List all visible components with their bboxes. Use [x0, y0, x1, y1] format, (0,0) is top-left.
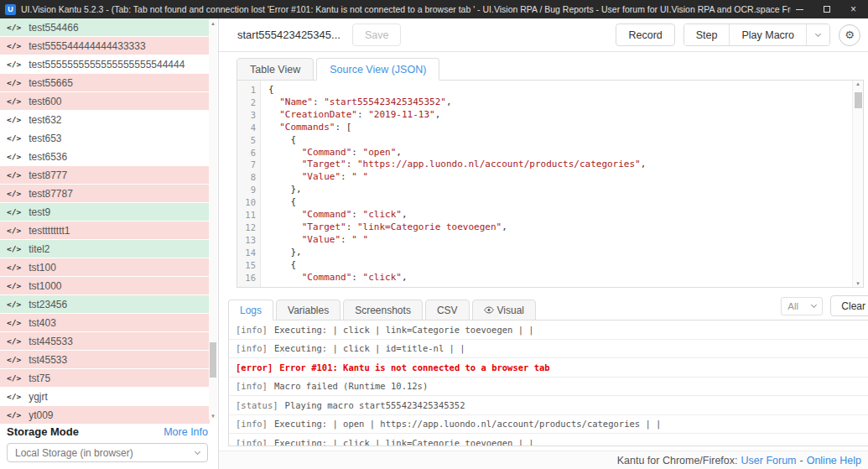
log-message: Error #101: Kantu is not connected to a …	[279, 362, 549, 373]
macro-list-item[interactable]: </>tst100	[0, 258, 210, 277]
macro-list-item[interactable]: </>titel2	[0, 240, 210, 258]
macro-list-item[interactable]: </>tst75	[0, 369, 210, 388]
line-number: 16	[237, 272, 256, 284]
log-message: Executing: | click | link=Categorie toev…	[274, 438, 534, 446]
log-message: Executing: | click | id=title-nl | |	[274, 343, 465, 353]
log-entry: [status]Playing macro start5554234253453…	[229, 396, 868, 415]
macro-list-item[interactable]: </>test8777	[0, 166, 210, 185]
log-message: Executing: | click | link=Categorie toev…	[274, 325, 534, 335]
line-number: 13	[237, 234, 256, 247]
log-list: [info]Executing: | click | link=Categori…	[228, 320, 868, 446]
tab-visual[interactable]: Visual	[472, 300, 536, 320]
code-icon: </>	[7, 300, 21, 309]
tab-label: Source View (JSON)	[330, 64, 426, 76]
macro-label: test600	[29, 96, 61, 107]
sidebar-scrollbar[interactable]: ▴ ▾	[209, 20, 217, 419]
line-number: 11	[237, 209, 256, 221]
macro-list-item[interactable]: </>tst1000	[0, 277, 210, 295]
macro-list-item[interactable]: </>test6536	[0, 148, 210, 166]
macro-label: tst1000	[29, 280, 61, 292]
tab-table-view[interactable]: Table View	[236, 58, 314, 81]
macro-list-item[interactable]: </>test55665	[0, 74, 210, 92]
play-macro-dropdown[interactable]	[806, 24, 829, 45]
code-line: "Name": "start555423425345352",	[268, 96, 851, 109]
tab-label: Table View	[250, 64, 300, 76]
play-macro-button[interactable]: Play Macro	[729, 24, 806, 45]
code-line: {	[268, 134, 851, 147]
editor-scrollbar[interactable]: ▴ ▾	[852, 81, 863, 287]
macro-list-item[interactable]: </>test600	[0, 92, 210, 111]
more-info-link[interactable]: More Info	[164, 426, 208, 438]
macro-label: testttttttt1	[29, 225, 70, 237]
macro-list-item[interactable]: </>test632	[0, 111, 210, 129]
tab-csv[interactable]: CSV	[425, 300, 470, 320]
code-line: },	[268, 247, 851, 259]
code-icon: </>	[7, 23, 21, 32]
logs-controls: All Clear	[781, 295, 868, 316]
maximize-button[interactable]	[824, 6, 830, 13]
save-button[interactable]: Save	[352, 23, 402, 46]
storage-mode-select[interactable]: Local Storage (in browser)	[7, 443, 208, 462]
record-button[interactable]: Record	[616, 23, 674, 46]
macro-list: </>test554466</>test555544444444433333</…	[0, 18, 210, 425]
log-message: Executing: | open | https://app.luondo.n…	[274, 419, 661, 429]
macro-label: test554466	[29, 22, 78, 34]
macro-list-item[interactable]: </>test555544444444433333	[0, 37, 210, 55]
tab-label: CSV	[437, 305, 458, 316]
scrollbar-thumb[interactable]	[855, 92, 862, 108]
macro-label: tst445533	[29, 336, 73, 347]
macro-label: tst403	[29, 317, 56, 329]
editor-section: Table ViewSource View (JSON) 12345678910…	[219, 52, 868, 288]
tab-logs[interactable]: Logs	[228, 300, 273, 320]
line-number: 12	[237, 221, 256, 234]
macro-list-item[interactable]: </>ygjrt	[0, 388, 210, 406]
macro-label: ygjrt	[29, 391, 48, 403]
tab-variables[interactable]: Variables	[276, 300, 340, 320]
code-icon: </>	[7, 392, 21, 401]
editor-code[interactable]: { "Name": "start555423425345352", "Creat…	[261, 81, 863, 287]
line-number: 4	[237, 122, 256, 134]
macro-list-item[interactable]: </>test87787	[0, 185, 210, 203]
chevron-down-icon	[811, 301, 817, 307]
tab-source-view-json[interactable]: Source View (JSON)	[316, 58, 439, 81]
log-message: Playing macro start555423425345352	[285, 400, 465, 410]
macro-list-item[interactable]: </>tst23456	[0, 295, 210, 314]
code-line: "Command": "click",	[268, 209, 851, 221]
macro-list-item[interactable]: </>test554466	[0, 18, 210, 37]
storage-mode-section: Storage Mode More Info Local Storage (in…	[7, 425, 208, 462]
macro-label: titel2	[29, 243, 49, 255]
close-button[interactable]: ×	[850, 4, 856, 14]
tab-screenshots[interactable]: Screenshots	[343, 300, 423, 320]
macro-list-item[interactable]: </>tst45533	[0, 351, 210, 369]
macro-list-item[interactable]: </>testttttttt1	[0, 221, 210, 240]
log-filter-select[interactable]: All	[781, 297, 823, 315]
step-button[interactable]: Step	[684, 24, 730, 45]
macro-list-item[interactable]: </>yt009	[0, 406, 210, 425]
macro-label: tst75	[29, 373, 50, 384]
line-number: 7	[237, 159, 256, 171]
macro-label: test5555555555555555555544444	[29, 59, 185, 70]
scroll-down-icon[interactable]: ▾	[853, 280, 863, 287]
clear-logs-button[interactable]: Clear	[830, 295, 868, 316]
scroll-up-icon[interactable]: ▴	[209, 20, 217, 27]
minimize-icon	[796, 9, 803, 10]
macro-list-item[interactable]: </>test5555555555555555555544444	[0, 55, 210, 74]
scroll-down-icon[interactable]: ▾	[209, 413, 217, 419]
settings-gear-icon[interactable]: ⚙	[839, 24, 860, 46]
macro-list-item[interactable]: </>test9	[0, 203, 210, 221]
macro-list-item[interactable]: </>tst403	[0, 314, 210, 332]
logs-section: LogsVariablesScreenshotsCSVVisual All Cl…	[219, 295, 868, 446]
user-forum-link[interactable]: User Forum	[741, 455, 797, 466]
code-icon: </>	[7, 78, 21, 87]
scroll-up-icon[interactable]: ▴	[853, 81, 863, 87]
footer: Kantu for Chrome/Firefox: User Forum - O…	[219, 451, 868, 469]
source-editor[interactable]: 12345678910111213141516 { "Name": "start…	[236, 80, 864, 288]
log-filter-value: All	[787, 301, 798, 311]
macro-list-item[interactable]: </>test653	[0, 129, 210, 148]
log-level: [info]	[236, 343, 268, 353]
macro-list-item[interactable]: </>tst445533	[0, 332, 210, 351]
online-help-link[interactable]: Online Help	[807, 455, 861, 466]
log-level: [info]	[236, 438, 268, 446]
minimize-button[interactable]	[796, 9, 803, 10]
scrollbar-thumb[interactable]	[210, 342, 216, 378]
